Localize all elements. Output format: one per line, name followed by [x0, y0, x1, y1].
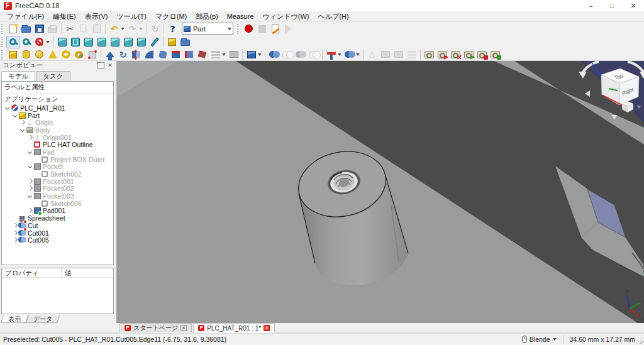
part-workbench-icon[interactable] — [165, 36, 179, 48]
tree-item[interactable]: Cut — [2, 222, 113, 229]
chevron-down-icon[interactable] — [338, 53, 341, 56]
tree-expander-icon[interactable] — [27, 193, 33, 199]
primitive-torus-icon[interactable] — [59, 48, 72, 61]
menu-item[interactable]: Measure — [223, 12, 258, 21]
view-rear-icon[interactable] — [108, 36, 121, 48]
copy-icon[interactable] — [77, 23, 90, 35]
draw-style-icon[interactable] — [33, 36, 46, 48]
refine-shape-icon[interactable] — [392, 48, 405, 61]
section-icon[interactable] — [169, 48, 182, 61]
tree-item[interactable]: PLC HAT Outline — [2, 141, 113, 148]
menu-item[interactable]: ツール(T) — [112, 11, 151, 22]
document-tab[interactable]: PLC_HAT_R01 : 1*✕ — [193, 323, 275, 332]
tree-expander-icon[interactable] — [12, 237, 18, 243]
measure-toggle-all-icon[interactable] — [462, 48, 475, 61]
shape-info-icon[interactable] — [405, 48, 418, 61]
measure-angular-icon[interactable] — [436, 48, 449, 61]
macro-stop-icon[interactable] — [255, 23, 269, 35]
tree-item[interactable]: Pad001 — [2, 207, 113, 215]
tree-item[interactable]: Cut001 — [2, 229, 113, 237]
create-primitives-icon[interactable] — [86, 48, 99, 61]
tree-item[interactable]: Part — [2, 112, 113, 119]
tree-expander-icon[interactable] — [4, 105, 11, 111]
tree-expander-icon[interactable] — [27, 207, 33, 214]
tab-データ[interactable]: データ — [26, 315, 60, 323]
measure-distance-icon[interactable] — [148, 36, 161, 48]
undo-icon[interactable]: ↶ — [108, 23, 121, 35]
view-right-icon[interactable] — [95, 36, 108, 48]
view-isometric-icon[interactable] — [55, 36, 69, 48]
tree-item[interactable]: Sketch006 — [2, 200, 113, 207]
tree-item[interactable]: Pocket002 — [2, 185, 113, 193]
paste-icon[interactable] — [90, 23, 103, 35]
float-panel-icon[interactable] — [97, 62, 104, 69]
menu-item[interactable]: ファイル(F) — [3, 11, 48, 22]
cut-icon[interactable]: ✂ — [64, 23, 77, 35]
macro-edit-icon[interactable] — [269, 23, 282, 35]
chevron-down-icon[interactable] — [356, 53, 360, 56]
join-connect-icon[interactable] — [343, 48, 356, 61]
tree-expander-icon[interactable] — [12, 230, 18, 236]
tree-item[interactable]: Pocket — [2, 163, 113, 171]
tree-expander-icon[interactable] — [27, 149, 33, 155]
fillet-icon[interactable] — [143, 48, 156, 61]
import-icon[interactable] — [179, 36, 192, 48]
tree-expander-icon[interactable] — [19, 119, 26, 126]
primitive-cylinder-icon[interactable] — [19, 48, 33, 61]
menu-item[interactable]: ウィンドウ(W) — [258, 11, 314, 22]
thickness-icon[interactable] — [227, 48, 240, 61]
tree-item[interactable]: Project BOX Outer — [2, 156, 113, 163]
chevron-down-icon[interactable] — [258, 53, 262, 56]
defeaturing-icon[interactable] — [379, 48, 392, 61]
boolean-common-icon[interactable] — [280, 48, 294, 61]
boolean-intersect-icon[interactable] — [307, 48, 320, 61]
tab-モデル[interactable]: モデル — [1, 71, 35, 81]
menu-item[interactable]: 部品(p) — [191, 11, 222, 22]
menu-item[interactable]: マクロ(M) — [151, 11, 191, 22]
primitive-box-icon[interactable] — [6, 48, 19, 61]
chevron-down-icon[interactable] — [222, 53, 226, 56]
chevron-down-icon[interactable] — [139, 28, 143, 30]
measure-toggle-delta-icon[interactable] — [489, 48, 502, 61]
close-panel-icon[interactable]: ✕ — [106, 62, 114, 69]
tree-expander-icon[interactable] — [27, 134, 33, 141]
tree-item[interactable]: Pocket001 — [2, 178, 113, 185]
macro-play-icon[interactable] — [282, 23, 295, 35]
macro-record-icon[interactable] — [242, 23, 255, 35]
tree-item[interactable]: Pocket003 — [2, 192, 113, 200]
redo-icon[interactable]: ↷ — [126, 23, 139, 35]
minimize-button[interactable]: – — [580, 0, 601, 11]
tree-item[interactable]: ⊥Origin001 — [2, 134, 113, 141]
fit-all-icon[interactable] — [6, 36, 19, 48]
mirror-icon[interactable] — [130, 48, 143, 61]
3d-viewport[interactable]: Top Right — [116, 61, 644, 323]
whats-this-icon[interactable]: ? — [166, 23, 179, 35]
check-geometry-icon[interactable]: ♙ — [365, 48, 379, 61]
primitive-cone-icon[interactable] — [46, 48, 59, 61]
workbench-selector[interactable]: Part — [182, 23, 233, 35]
close-tab-icon[interactable]: ✕ — [264, 325, 270, 331]
open-file-icon[interactable] — [19, 23, 33, 35]
extrude-icon[interactable] — [103, 48, 116, 61]
refresh-icon[interactable]: ↻ — [148, 23, 162, 35]
tree-expander-icon[interactable] — [19, 127, 26, 133]
ruled-surface-icon[interactable] — [156, 48, 169, 61]
tree-item[interactable]: PLC_HAT_R01 — [2, 104, 113, 112]
measure-toggle-3d-icon[interactable] — [475, 48, 489, 61]
measure-clear-all-icon[interactable] — [449, 48, 462, 61]
join-tee-icon[interactable] — [325, 48, 338, 61]
menu-item[interactable]: 編集(E) — [48, 11, 80, 22]
tab-タスク[interactable]: タスク — [36, 71, 70, 81]
view-bottom-icon[interactable] — [121, 36, 135, 48]
close-tab-icon[interactable]: ✕ — [180, 325, 187, 331]
print-icon[interactable] — [46, 23, 59, 35]
tree-item[interactable]: ▦Spreadsheet — [2, 214, 113, 222]
chevron-down-icon[interactable] — [46, 41, 50, 43]
menu-item[interactable]: ヘルプ(H) — [314, 11, 353, 22]
tree-item[interactable]: Pad — [2, 148, 113, 156]
view-left-icon[interactable] — [135, 36, 148, 48]
view-top-icon[interactable] — [82, 36, 95, 48]
revolve-icon[interactable]: ↻ — [116, 48, 130, 61]
primitive-sphere-icon[interactable] — [33, 48, 46, 61]
new-file-icon[interactable] — [6, 23, 19, 35]
